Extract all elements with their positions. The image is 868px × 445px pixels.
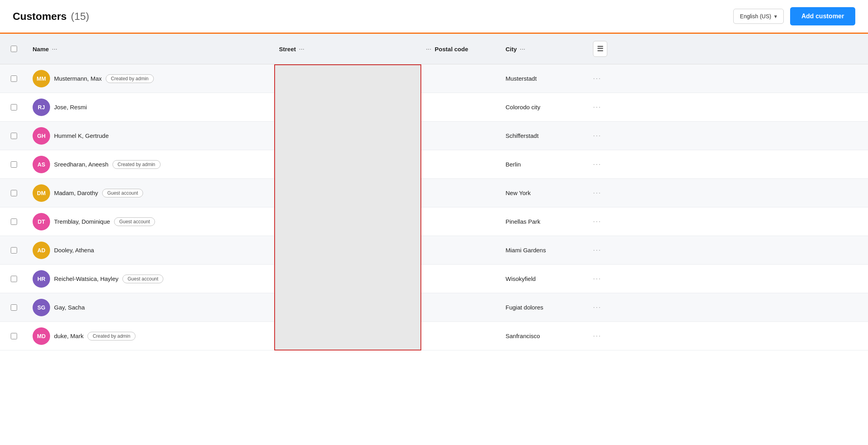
row-actions-cell: ··· [588, 155, 612, 173]
street-header-label: Street [279, 46, 296, 52]
row-actions-cell: ··· [588, 241, 612, 259]
postal-code-header-label: Postal code [435, 46, 468, 52]
header-actions: English (US) ▾ Add customer [733, 7, 855, 25]
postal-code-cell [421, 303, 501, 312]
row-checkbox[interactable] [11, 190, 17, 196]
avatar: DT [33, 213, 50, 230]
customer-badge: Created by admin [112, 160, 161, 169]
row-actions-icon[interactable]: ··· [593, 132, 601, 140]
column-settings-button[interactable]: ☰ [593, 41, 607, 57]
city-value: Musterstadt [506, 75, 537, 82]
row-checkbox[interactable] [11, 333, 17, 339]
street-cell [274, 160, 421, 169]
city-cell: Miami Gardens [501, 242, 588, 258]
row-checkbox-cell [0, 185, 28, 201]
city-header-label: City [506, 46, 517, 52]
customer-name[interactable]: Gay, Sacha [54, 304, 85, 311]
avatar: SG [33, 299, 50, 316]
row-actions-icon[interactable]: ··· [593, 303, 601, 312]
name-cell: HR Reichel-Watsica, Hayley Guest account [28, 265, 274, 292]
avatar: RJ [33, 99, 50, 116]
row-checkbox[interactable] [11, 247, 17, 253]
avatar-initials: MM [37, 75, 46, 82]
table-rows: MM Mustermann, Max Created by admin Must… [0, 64, 868, 350]
row-actions-cell: ··· [588, 270, 612, 288]
language-label: English (US) [740, 13, 771, 19]
street-cell [274, 217, 421, 226]
postal-code-cell [421, 246, 501, 255]
row-checkbox-cell [0, 300, 28, 315]
row-checkbox[interactable] [11, 133, 17, 139]
customer-name[interactable]: Hummel K, Gertrude [54, 132, 109, 139]
row-checkbox[interactable] [11, 161, 17, 168]
customers-table: Name ··· Street ··· ··· Postal code City… [0, 34, 868, 350]
select-all-checkbox[interactable] [11, 46, 17, 52]
city-value: Sanfrancisco [506, 333, 540, 339]
street-column-options-icon[interactable]: ··· [299, 46, 305, 52]
city-column-options-icon[interactable]: ··· [520, 46, 525, 52]
customer-badge: Guest account [102, 189, 143, 197]
customer-name[interactable]: Tremblay, Dominique [54, 218, 110, 225]
city-value: Colorodo city [506, 104, 541, 110]
avatar-initials: AD [37, 247, 45, 253]
customer-badge: Guest account [122, 275, 163, 283]
postal-code-cell [421, 274, 501, 284]
row-actions-cell: ··· [588, 327, 612, 345]
customer-name[interactable]: duke, Mark [54, 333, 83, 339]
name-cell: MD duke, Mark Created by admin [28, 323, 274, 350]
customer-name[interactable]: Sreedharan, Aneesh [54, 161, 108, 168]
row-checkbox-cell [0, 271, 28, 287]
row-actions-cell: ··· [588, 127, 612, 145]
customer-name[interactable]: Madam, Darothy [54, 190, 98, 196]
row-checkbox[interactable] [11, 219, 17, 225]
street-cell [274, 103, 421, 112]
row-actions-icon[interactable]: ··· [593, 217, 601, 226]
table-row: MM Mustermann, Max Created by admin Must… [0, 64, 868, 93]
row-actions-icon[interactable]: ··· [593, 103, 601, 111]
city-cell: Musterstadt [501, 70, 588, 87]
avatar: MD [33, 327, 50, 345]
table-row: MD duke, Mark Created by admin Sanfranci… [0, 322, 868, 350]
row-actions-icon[interactable]: ··· [593, 160, 601, 168]
row-actions-icon[interactable]: ··· [593, 246, 601, 254]
row-checkbox[interactable] [11, 75, 17, 82]
language-selector[interactable]: English (US) ▾ [733, 9, 784, 24]
avatar: AD [33, 242, 50, 259]
postal-code-options-icon[interactable]: ··· [426, 46, 432, 52]
table-header-row: Name ··· Street ··· ··· Postal code City… [0, 34, 868, 64]
row-actions-icon[interactable]: ··· [593, 332, 601, 340]
row-checkbox[interactable] [11, 304, 17, 311]
add-customer-button[interactable]: Add customer [790, 7, 855, 25]
city-cell: Fugiat dolores [501, 299, 588, 315]
name-cell: DM Madam, Darothy Guest account [28, 180, 274, 207]
name-cell: DT Tremblay, Dominique Guest account [28, 208, 274, 235]
name-column-options-icon[interactable]: ··· [52, 46, 58, 52]
customer-badge: Created by admin [106, 74, 154, 83]
page-title: Customers (15) [13, 10, 89, 23]
customer-name[interactable]: Dooley, Athena [54, 247, 94, 253]
table-row: AS Sreedharan, Aneesh Created by admin B… [0, 150, 868, 179]
avatar-initials: MD [37, 333, 46, 339]
row-actions-icon[interactable]: ··· [593, 74, 601, 83]
city-cell: Schifferstadt [501, 128, 588, 144]
name-cell: AS Sreedharan, Aneesh Created by admin [28, 151, 274, 178]
customer-name[interactable]: Mustermann, Max [54, 75, 102, 82]
avatar-initials: GH [37, 133, 46, 139]
postal-code-cell [421, 74, 501, 83]
customer-name[interactable]: Jose, Resmi [54, 104, 87, 110]
settings-icon: ☰ [597, 44, 603, 53]
title-text: Customers [13, 10, 67, 22]
table-row: DT Tremblay, Dominique Guest account Pin… [0, 207, 868, 236]
street-cell [274, 188, 421, 198]
avatar-initials: DM [37, 190, 46, 196]
row-actions-icon[interactable]: ··· [593, 189, 601, 197]
postal-code-cell [421, 103, 501, 112]
customer-name[interactable]: Reichel-Watsica, Hayley [54, 275, 118, 282]
avatar: DM [33, 184, 50, 202]
row-checkbox[interactable] [11, 276, 17, 282]
row-actions-icon[interactable]: ··· [593, 275, 601, 283]
customer-count: (15) [71, 10, 89, 22]
row-checkbox[interactable] [11, 104, 17, 110]
table-row: GH Hummel K, Gertrude Schifferstadt ··· [0, 122, 868, 150]
row-actions-cell: ··· [588, 70, 612, 87]
